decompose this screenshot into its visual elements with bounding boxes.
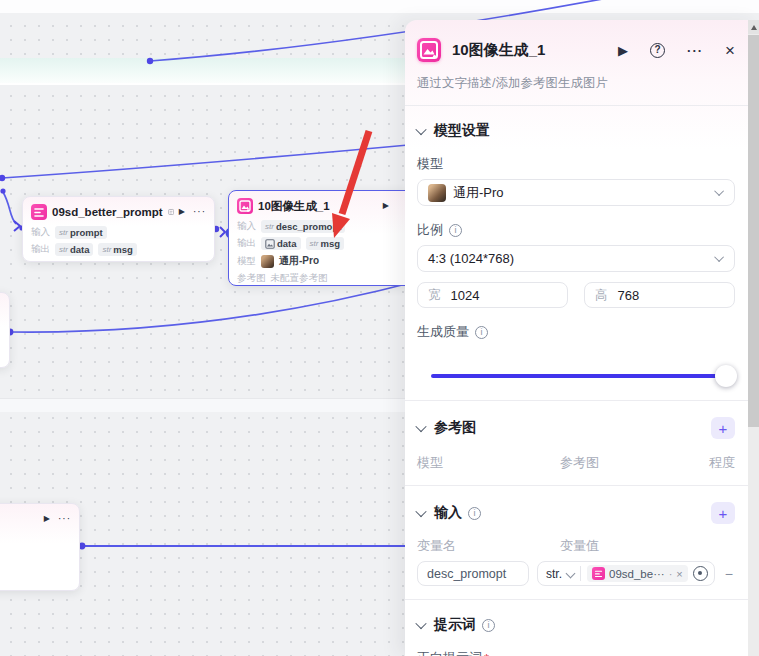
variable-name-input[interactable]: [417, 561, 529, 586]
panel-title: 10图像生成_1: [452, 41, 545, 60]
node-run-icon[interactable]: ▶: [179, 208, 185, 216]
divider: [405, 485, 759, 486]
node-output-label: 输出: [31, 243, 50, 256]
var-tag: str msg: [98, 243, 136, 256]
model-select[interactable]: 通用-Pro: [417, 179, 735, 206]
model-label: 模型: [417, 155, 735, 173]
slider-handle[interactable]: [715, 365, 737, 387]
top-strip: [0, 0, 759, 13]
node-output-label: 输出: [237, 237, 256, 250]
image-generate-node-icon: [237, 198, 253, 214]
divider: [405, 105, 759, 106]
input-variable-row: str. 09sd_be··· · × −: [417, 561, 735, 586]
prompt-node-icon: [592, 567, 605, 580]
help-icon[interactable]: ?: [650, 43, 665, 58]
width-field[interactable]: 宽 1024: [417, 282, 568, 308]
remove-reference-icon[interactable]: ×: [676, 568, 682, 580]
scroll-up-arrow[interactable]: [748, 20, 759, 34]
quality-slider[interactable]: [431, 365, 731, 387]
type-select[interactable]: str.: [546, 567, 574, 581]
info-icon[interactable]: i: [449, 224, 462, 237]
ratio-select[interactable]: 4:3 (1024*768): [417, 245, 735, 272]
divider: [405, 400, 759, 401]
workflow-editor: 09sd_better_prompt ▶ ··· 输入 str prompt 输…: [0, 0, 759, 656]
node-ref-label: 参考图: [237, 272, 266, 285]
node-more-icon[interactable]: ···: [193, 207, 206, 217]
positive-prompt-label: 正向提示词 *: [417, 649, 735, 656]
chevron-down-icon: [566, 569, 576, 579]
variable-value-control[interactable]: str. 09sd_be··· · ×: [537, 561, 715, 586]
node-config-panel: 10图像生成_1 ▶ ? ··· × 通过文字描述/添加参考图生成图片 模型设置…: [405, 20, 759, 656]
section-reference-image[interactable]: 参考图 +: [417, 417, 735, 439]
info-icon[interactable]: i: [468, 507, 481, 520]
slider-track: [431, 374, 731, 378]
node-run-icon[interactable]: ▶: [44, 515, 50, 523]
node-input-label: 输入: [31, 226, 50, 239]
close-icon[interactable]: ×: [725, 42, 735, 59]
chevron-down-icon: [415, 421, 426, 432]
node-more-icon[interactable]: ···: [58, 514, 71, 524]
node-title: 10图像生成_1: [258, 199, 330, 214]
divider: [405, 599, 759, 600]
node-model-label: 模型: [237, 255, 256, 268]
image-generate-icon: [417, 38, 441, 62]
node-input-label: 输入: [237, 220, 256, 233]
node-run-icon[interactable]: ▶: [383, 202, 389, 210]
reference-columns: 模型 参考图 程度: [417, 454, 735, 472]
add-reference-button[interactable]: +: [711, 417, 735, 439]
chevron-down-icon: [415, 506, 426, 517]
info-icon[interactable]: i: [475, 326, 488, 339]
node-09sd-better-prompt[interactable]: 09sd_better_prompt ▶ ··· 输入 str prompt 输…: [22, 196, 215, 262]
scrollbar-thumb[interactable]: [748, 35, 759, 427]
model-avatar: [428, 184, 446, 202]
node-title: 09sd_better_prompt: [52, 206, 163, 218]
add-input-button[interactable]: +: [711, 502, 735, 524]
panel-subtitle: 通过文字描述/添加参考图生成图片: [417, 75, 735, 92]
remove-row-button[interactable]: −: [723, 566, 735, 582]
divider: [580, 566, 581, 581]
section-model-settings[interactable]: 模型设置: [417, 122, 735, 140]
reference-variable-tag[interactable]: 09sd_be··· · ×: [587, 565, 688, 582]
chevron-down-icon: [415, 618, 426, 629]
height-field[interactable]: 高 768: [584, 282, 735, 308]
chevron-down-icon: [415, 124, 426, 135]
quality-label: 生成质量 i: [417, 323, 735, 341]
model-avatar: [261, 255, 274, 268]
node-partial-left[interactable]: [0, 292, 10, 368]
ratio-label: 比例 i: [417, 221, 735, 239]
node-image-generate[interactable]: 10图像生成_1 ▶ 输入 str desc_promopt 输出 data s…: [228, 190, 414, 286]
section-prompt[interactable]: 提示词 i: [417, 616, 735, 634]
chevron-down-icon: [714, 186, 724, 196]
panel-header: 10图像生成_1 ▶ ? ··· ×: [417, 38, 735, 62]
image-type-icon: [265, 239, 275, 249]
more-menu-icon[interactable]: ···: [687, 44, 703, 57]
var-tag: str prompt: [55, 226, 107, 239]
input-columns: 变量名 变量值: [417, 537, 735, 555]
info-icon[interactable]: i: [482, 619, 495, 632]
prompt-node-icon: [31, 204, 47, 220]
node-partial-bottom[interactable]: ▶ ···: [0, 503, 80, 591]
var-tag: str desc_promopt: [261, 220, 345, 233]
panel-scrollbar[interactable]: [748, 20, 759, 656]
section-input[interactable]: 输入 i +: [417, 502, 735, 524]
var-tag: str data: [55, 243, 93, 256]
node-ref-value: 未配置参考图: [271, 272, 328, 285]
var-tag: str msg: [306, 237, 344, 250]
chevron-down-icon: [714, 252, 724, 262]
node-model-value: 通用-Pro: [279, 254, 319, 268]
locate-node-icon[interactable]: [693, 566, 708, 581]
run-node-button[interactable]: ▶: [618, 44, 628, 57]
note-icon: [168, 207, 174, 217]
var-tag-image: data: [261, 237, 301, 250]
